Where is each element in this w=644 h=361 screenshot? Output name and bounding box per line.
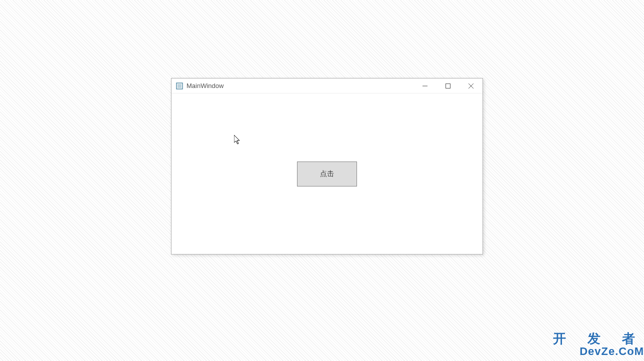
titlebar[interactable]: MainWindow xyxy=(172,78,482,94)
close-button[interactable] xyxy=(460,78,482,93)
window-content: 点击 xyxy=(172,94,482,254)
minimize-button[interactable] xyxy=(414,78,436,93)
svg-rect-3 xyxy=(446,84,450,88)
svg-rect-1 xyxy=(178,84,182,88)
window-controls xyxy=(414,78,482,93)
watermark-english: DevZe.CoM xyxy=(553,346,644,357)
minimize-icon xyxy=(422,84,428,88)
maximize-button[interactable] xyxy=(436,78,460,93)
app-icon xyxy=(176,82,184,90)
window-title: MainWindow xyxy=(186,82,414,90)
close-icon xyxy=(468,84,474,88)
maximize-icon xyxy=(446,84,450,88)
watermark: 开 发 者 DevZe.CoM xyxy=(553,332,644,357)
main-window: MainWindow 点击 xyxy=(171,78,483,254)
watermark-chinese: 开 发 者 xyxy=(553,332,644,345)
click-button[interactable]: 点击 xyxy=(297,162,357,186)
